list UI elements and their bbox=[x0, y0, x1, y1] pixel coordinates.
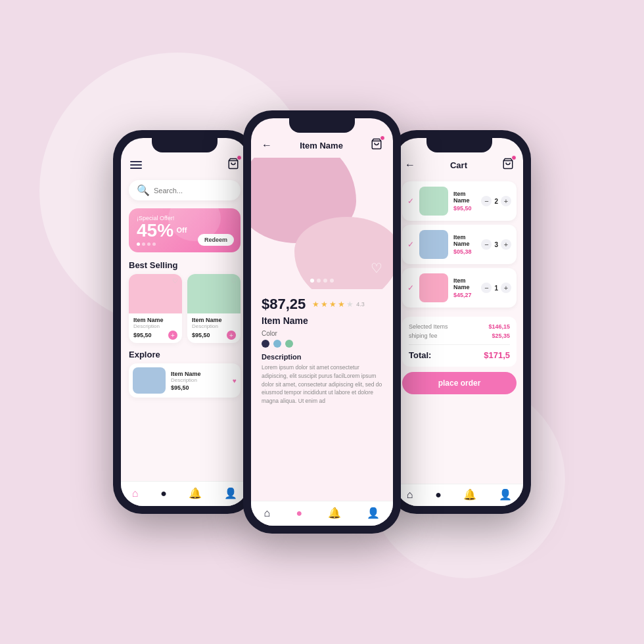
cart-items-list: ✓ Item Name $95,50 − 2 + ✓ bbox=[396, 177, 523, 311]
nav-cart-home[interactable]: ⌂ bbox=[407, 489, 413, 501]
nav-detail-notifications[interactable]: 🔔 bbox=[328, 507, 341, 519]
star-5: ★ bbox=[346, 300, 354, 309]
qty-minus-2[interactable]: − bbox=[481, 239, 492, 250]
place-order-button[interactable]: place order bbox=[402, 372, 517, 394]
hero-dots bbox=[310, 279, 334, 283]
back-button[interactable]: ← bbox=[262, 139, 272, 151]
star-3: ★ bbox=[329, 300, 336, 309]
offer-percent: 45% bbox=[137, 220, 173, 241]
detail-price: $87,25 bbox=[262, 296, 306, 313]
cart-item-info-2: Item Name $05,38 bbox=[453, 234, 476, 255]
qty-plus-3[interactable]: + bbox=[501, 283, 511, 293]
qty-value-3: 1 bbox=[494, 285, 498, 292]
product-card-2[interactable]: ♡ Item Name Description $95,50 + bbox=[187, 274, 241, 343]
detail-item-name: Item Name bbox=[262, 315, 382, 326]
product-grid: ♡ Item Name Description $95,50 + bbox=[121, 274, 248, 347]
phone-detail: ← Item Name ♡ bbox=[243, 110, 401, 534]
product-price-1: $95,50 bbox=[133, 332, 152, 338]
cart-title: Cart bbox=[415, 160, 502, 170]
nav-category-icon[interactable]: ● bbox=[160, 488, 167, 499]
phones-container: 🔍 ¡Special Offer! 45% Off Redeem Best Se… bbox=[113, 110, 531, 534]
color-blue[interactable] bbox=[273, 340, 281, 348]
total-row: Total: $171,5 bbox=[409, 349, 510, 361]
cart-header-icon[interactable] bbox=[502, 158, 514, 172]
product-card-1[interactable]: ♡ Item Name Description $95,50 + bbox=[129, 274, 182, 343]
star-4: ★ bbox=[338, 300, 345, 309]
nav-home-icon[interactable]: ⌂ bbox=[132, 488, 139, 499]
nav-cart-notifications[interactable]: 🔔 bbox=[463, 488, 476, 501]
product-desc-2: Description bbox=[192, 323, 236, 329]
cart-item-name-1: Item Name bbox=[453, 191, 476, 204]
nav-detail-home[interactable]: ⌂ bbox=[264, 507, 271, 519]
search-input[interactable] bbox=[154, 187, 233, 195]
star-1: ★ bbox=[312, 300, 319, 309]
menu-icon[interactable] bbox=[130, 161, 142, 169]
product-image-1: ♡ bbox=[129, 274, 182, 313]
add-button-2[interactable]: + bbox=[227, 331, 236, 340]
notch-home bbox=[152, 138, 218, 152]
color-dark[interactable] bbox=[262, 340, 269, 348]
check-icon-1[interactable]: ✓ bbox=[407, 196, 414, 206]
cart-item-price-2: $05,38 bbox=[453, 248, 476, 255]
home-nav: ⌂ ● 🔔 👤 bbox=[121, 481, 248, 506]
detail-cart-button[interactable] bbox=[371, 138, 382, 152]
product-image-2: ♡ bbox=[187, 274, 241, 313]
explore-item[interactable]: Item Name Description $95,50 ♥ bbox=[129, 363, 241, 398]
selected-items-label: Selected Items bbox=[409, 323, 448, 330]
nav-detail-profile[interactable]: 👤 bbox=[367, 507, 380, 519]
add-button-1[interactable]: + bbox=[168, 331, 177, 340]
check-icon-2[interactable]: ✓ bbox=[407, 240, 414, 249]
redeem-button[interactable]: Redeem bbox=[198, 234, 234, 246]
nav-profile-icon[interactable]: 👤 bbox=[224, 487, 237, 499]
product-price-2: $95,50 bbox=[192, 332, 210, 338]
cart-button[interactable] bbox=[227, 158, 239, 172]
search-icon: 🔍 bbox=[137, 184, 150, 196]
explore-desc: Description bbox=[171, 377, 227, 383]
explore-title: Explore bbox=[121, 347, 248, 363]
cart-item-image-1 bbox=[419, 187, 448, 216]
selected-items-row: Selected Items $146,15 bbox=[409, 322, 510, 331]
search-bar[interactable]: 🔍 bbox=[129, 180, 241, 200]
cart-back-button[interactable]: ← bbox=[405, 159, 415, 171]
shipping-label: shiping fee bbox=[409, 333, 438, 339]
qty-value-1: 2 bbox=[494, 198, 498, 205]
qty-minus-1[interactable]: − bbox=[481, 196, 492, 206]
detail-info: $87,25 ★ ★ ★ ★ ★ 4.3 Item Name Color bbox=[251, 289, 393, 412]
hero-blob-2 bbox=[294, 217, 393, 289]
explore-wishlist-icon[interactable]: ♥ bbox=[233, 377, 237, 384]
best-selling-title: Best Selling bbox=[121, 258, 248, 274]
cart-summary: Selected Items $146,15 shiping fee $25,3… bbox=[402, 317, 517, 367]
check-icon-3[interactable]: ✓ bbox=[407, 283, 414, 292]
cart-qty-2: − 3 + bbox=[481, 239, 511, 250]
nav-detail-category[interactable]: ● bbox=[296, 507, 302, 519]
cart-item-1: ✓ Item Name $95,50 − 2 + bbox=[402, 181, 517, 221]
cart-badge bbox=[237, 155, 242, 160]
color-green[interactable] bbox=[285, 340, 293, 348]
nav-notifications-icon[interactable]: 🔔 bbox=[189, 487, 202, 499]
explore-section: Item Name Description $95,50 ♥ bbox=[121, 363, 248, 398]
qty-minus-3[interactable]: − bbox=[481, 283, 492, 293]
phone-cart: ← Cart ✓ bbox=[388, 130, 531, 514]
cart-header-badge bbox=[511, 155, 517, 160]
nav-cart-profile[interactable]: 👤 bbox=[499, 488, 512, 501]
nav-cart-category[interactable]: ● bbox=[435, 489, 442, 501]
price-row-1: $95,50 + bbox=[133, 331, 177, 340]
cart-item-info-1: Item Name $95,50 bbox=[453, 191, 476, 212]
qty-plus-1[interactable]: + bbox=[501, 196, 511, 206]
wishlist-icon-1[interactable]: ♡ bbox=[172, 277, 178, 285]
wishlist-icon-2[interactable]: ♡ bbox=[231, 277, 237, 285]
detail-price-row: $87,25 ★ ★ ★ ★ ★ 4.3 bbox=[262, 296, 382, 313]
rating-stars: ★ ★ ★ ★ ★ 4.3 bbox=[312, 300, 365, 309]
qty-value-2: 3 bbox=[494, 241, 498, 248]
product-hero: ♡ bbox=[251, 158, 393, 289]
cart-nav: ⌂ ● 🔔 👤 bbox=[396, 484, 523, 506]
cart-item-name-2: Item Name bbox=[453, 234, 476, 247]
explore-name: Item Name bbox=[171, 371, 227, 377]
detail-wishlist-icon[interactable]: ♡ bbox=[371, 260, 382, 276]
notch-cart bbox=[426, 138, 492, 152]
cart-item-2: ✓ Item Name $05,38 − 3 + bbox=[402, 225, 517, 264]
shipping-value: $25,35 bbox=[492, 333, 510, 339]
qty-plus-2[interactable]: + bbox=[501, 239, 511, 250]
summary-divider bbox=[409, 344, 510, 345]
cart-item-image-3 bbox=[419, 273, 448, 302]
